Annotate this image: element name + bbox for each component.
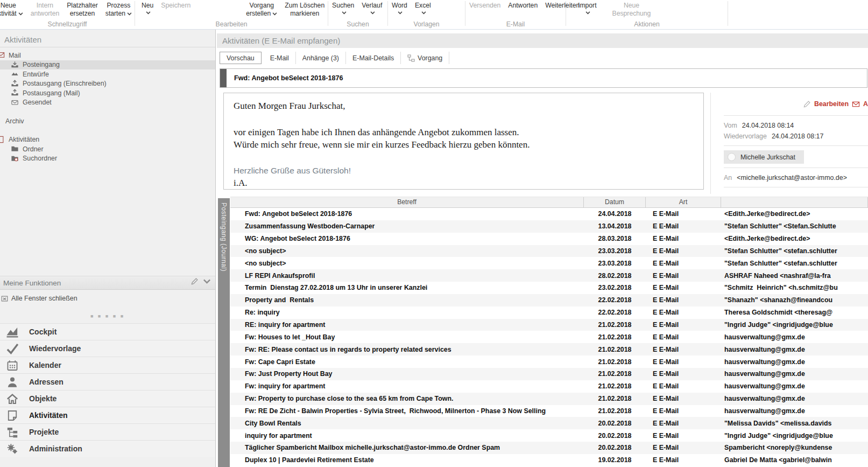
tab-vorgang[interactable]: Vorgang <box>401 52 449 64</box>
chevron-down-icon <box>585 10 590 16</box>
email-row[interactable]: RE: inquiry for apartment21.02.2018E E-M… <box>230 319 868 331</box>
page-title: Aktivitäten (E E-Mail empfangen) <box>217 33 868 48</box>
nav-item-wiedervorlage[interactable]: Wiedervorlage <box>0 340 215 357</box>
ribbon-divider <box>728 1 728 26</box>
cell-betreff: Fw: Just Property Hout Bay <box>230 370 584 378</box>
sidebar-panel-title: Aktivitäten <box>0 33 215 47</box>
email-row[interactable]: Zusammenfassung Westboden-Carnaper13.04.… <box>230 220 868 233</box>
email-row[interactable]: Fwd: Angebot beSelect 2018-187624.04.201… <box>230 208 868 220</box>
folder-item-suchordner[interactable]: Suchordner <box>0 154 215 164</box>
column-header-datum[interactable]: Datum <box>584 197 646 207</box>
cell-datum: 24.04.2018 <box>584 210 646 218</box>
pencil-icon[interactable] <box>190 276 199 290</box>
email-row[interactable]: Fw: RE De Zicht - Balwin Properties - Sy… <box>230 405 868 417</box>
folder-item-posteingang[interactable]: Posteingang <box>0 60 215 70</box>
folder-item-gesendet[interactable]: Gesendet <box>0 98 215 108</box>
outbox-icon <box>11 89 19 97</box>
folder-item-aktivitäten[interactable]: Aktivitäten <box>0 135 215 145</box>
chart-icon <box>4 326 20 338</box>
ribbon-button-suchen[interactable]: Suchen <box>332 2 354 16</box>
nav-item-label: Administration <box>29 444 82 453</box>
nav-item-projekte[interactable]: Projekte <box>0 423 215 440</box>
email-row[interactable]: Täglicher Spambericht Mailbox michelle.j… <box>230 442 868 454</box>
journal-side-tab[interactable]: Posteingang (Journal) <box>218 198 230 467</box>
tab-anhänge-3[interactable]: Anhänge (3) <box>296 52 346 64</box>
cell-betreff: WG: Angebot beSelect 2018-1876 <box>230 235 584 242</box>
column-header-art[interactable]: Art <box>646 197 721 207</box>
email-row[interactable]: <no subject>23.03.2018E E-Mail"Stefan Sc… <box>230 245 868 257</box>
subject-bar: Fwd: Angebot beSelect 2018-1876 <box>220 68 867 88</box>
avatar <box>728 153 736 161</box>
drafts-icon <box>11 70 19 78</box>
edit-button[interactable]: Bearbeiten <box>814 100 849 108</box>
contact-chip[interactable]: Michelle Jurkschat <box>724 150 804 164</box>
ribbon-button-vorgang-erstellen[interactable]: Vorgangerstellen <box>246 2 277 18</box>
nav-item-kalender[interactable]: Kalender <box>0 357 215 373</box>
email-row[interactable]: <no subject>23.03.2018E E-Mail"Stefan Sc… <box>230 257 868 269</box>
cell-betreff: Fw: RE: Please contact us in regards to … <box>230 346 584 353</box>
cell-datum: 28.02.2018 <box>584 272 646 280</box>
nav-item-objekte[interactable]: Objekte <box>0 390 215 407</box>
folder-item-ordner[interactable]: Ordner <box>0 144 215 154</box>
tab-e-mail[interactable]: E-Mail <box>264 52 296 64</box>
email-row[interactable]: Property and Rentals22.02.2018E E-Mail"S… <box>230 294 868 306</box>
cell-art: E E-Mail <box>646 222 721 230</box>
subject-accent-bar <box>220 69 227 87</box>
email-row[interactable]: City Bowl Rentals20.02.2018E E-Mail"Meli… <box>230 417 868 429</box>
reply-button[interactable]: A <box>863 100 868 108</box>
email-row[interactable]: WG: Angebot beSelect 2018-187628.03.2018… <box>230 233 868 245</box>
cell-betreff: Property and Rentals <box>230 296 584 304</box>
ribbon-button-excel[interactable]: Excel <box>415 2 431 16</box>
email-row[interactable]: LF REPI Ankaufsprofil28.02.2018E E-MailA… <box>230 269 868 282</box>
email-row[interactable]: Termin Dienstag 27.02.2018 um 13 Uhr in … <box>230 282 868 294</box>
ribbon-group-vorlagen: WordExcelVorlagen <box>388 0 465 29</box>
email-row[interactable]: Fw: inquiry for apartment21.02.2018E E-M… <box>230 380 868 393</box>
email-row[interactable]: Fw: Property to purchase close to the se… <box>230 393 868 405</box>
ribbon-button-word[interactable]: Word <box>392 2 407 16</box>
nav-item-administration[interactable]: Administration <box>0 440 215 457</box>
folder-item-archiv[interactable]: Archiv <box>0 116 215 126</box>
nav-item-label: Objekte <box>29 394 57 403</box>
ribbon-button-neue-aktivität[interactable]: NeueAktivität <box>0 2 23 18</box>
nav-item-aktivitäten[interactable]: Aktivitäten <box>0 407 215 423</box>
nav-item-cockpit[interactable]: Cockpit <box>0 323 215 340</box>
cell-datum: 28.03.2018 <box>584 235 646 242</box>
my-functions-header[interactable]: Meine Funktionen <box>0 276 215 290</box>
email-row[interactable]: Fw: Just Property Hout Bay21.02.2018E E-… <box>230 368 868 380</box>
sidebar-splitter-handle[interactable]: ■ ■ ■ ■ ■ <box>0 313 215 319</box>
nav-item-adressen[interactable]: Adressen <box>0 373 215 390</box>
cell-von: "Stefan Schlutter" <stefan.schlutter <box>721 247 868 255</box>
email-row[interactable]: Re: inquiry22.02.2018E E-MailTheresa Gol… <box>230 306 868 319</box>
column-header-von[interactable] <box>721 197 868 207</box>
folder-item-postausgang-mail[interactable]: Postausgang (Mail) <box>0 88 215 98</box>
cell-von: hausverwaltung@gmx.de <box>721 333 868 341</box>
folder-item-mail[interactable]: Mail <box>0 51 215 60</box>
chevron-down-icon[interactable] <box>203 276 211 290</box>
ribbon-button-import[interactable]: Import <box>578 2 597 16</box>
folder-item-postausgang-einschreiben[interactable]: Postausgang (Einschreiben) <box>0 79 215 89</box>
ribbon-button-verlauf[interactable]: Verlauf <box>362 2 382 16</box>
ribbon-button-prozess-starten[interactable]: Prozessstarten <box>105 2 132 18</box>
nav-item-label: Projekte <box>29 428 59 436</box>
ribbon-button-zum-löschen-markieren[interactable]: Zum Löschenmarkieren <box>285 2 324 17</box>
close-all-windows-label: Alle Fenster schließen <box>11 295 77 302</box>
ribbon-button-platzhalter-ersetzen[interactable]: Platzhalterersetzen <box>67 2 98 17</box>
folder-item-entwürfe[interactable]: Entwürfe <box>0 69 215 79</box>
email-row[interactable]: inquiry for apartment20.02.2018E E-Mail"… <box>230 429 868 442</box>
email-row[interactable]: Duplex 10 | Paardevlei Retirement Estate… <box>230 454 868 466</box>
close-all-windows-item[interactable]: Alle Fenster schließen <box>1 295 77 302</box>
email-row[interactable]: Fw: Cape Capri Estate21.02.2018E E-Mailh… <box>230 356 868 368</box>
app-window: NeueAktivitätInternantwortenPlatzhaltere… <box>0 0 868 467</box>
tab-label: Vorschau <box>227 54 255 62</box>
tab-e-mail-details[interactable]: E-Mail-Details <box>346 52 401 64</box>
tab-label: E-Mail <box>270 54 289 62</box>
chevron-down-icon <box>18 10 23 18</box>
email-row[interactable]: Fw: RE: Please contact us in regards to … <box>230 343 868 356</box>
ribbon-button-antworten[interactable]: Antworten <box>508 2 538 10</box>
cell-betreff: Fw: Houses to let _Hout Bay <box>230 333 584 341</box>
email-row[interactable]: Fw: Houses to let _Hout Bay21.02.2018E E… <box>230 331 868 343</box>
ribbon-button-neu[interactable]: Neu <box>142 2 153 16</box>
tab-vorschau[interactable]: Vorschau <box>220 52 262 64</box>
cell-betreff: RE: inquiry for apartment <box>230 321 584 329</box>
column-header-betreff[interactable]: Betreff <box>230 197 584 207</box>
